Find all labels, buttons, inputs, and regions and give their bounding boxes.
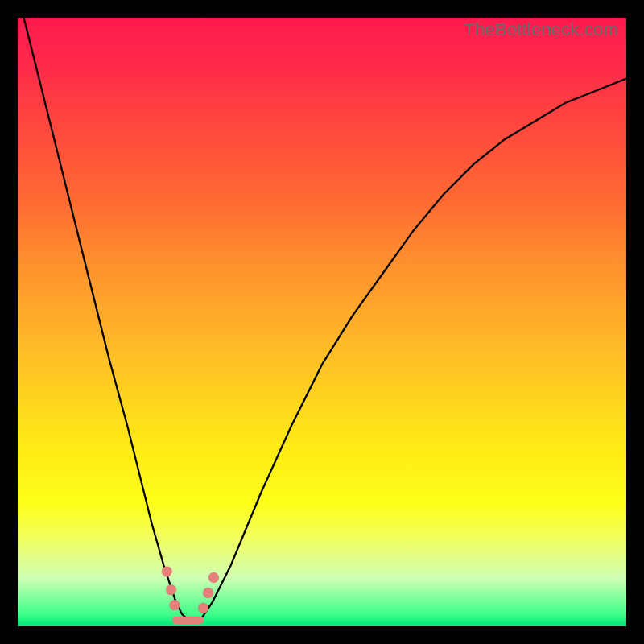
bead-marker [166, 584, 176, 595]
bead-marker [170, 600, 180, 610]
bead-marker [198, 603, 208, 613]
bead-marker [203, 588, 213, 598]
bead-marker [162, 566, 172, 576]
plot-area: TheBottleneck.com [18, 18, 626, 626]
curve-line [18, 18, 626, 620]
bottleneck-curve [18, 18, 626, 626]
bead-marker [208, 572, 219, 583]
